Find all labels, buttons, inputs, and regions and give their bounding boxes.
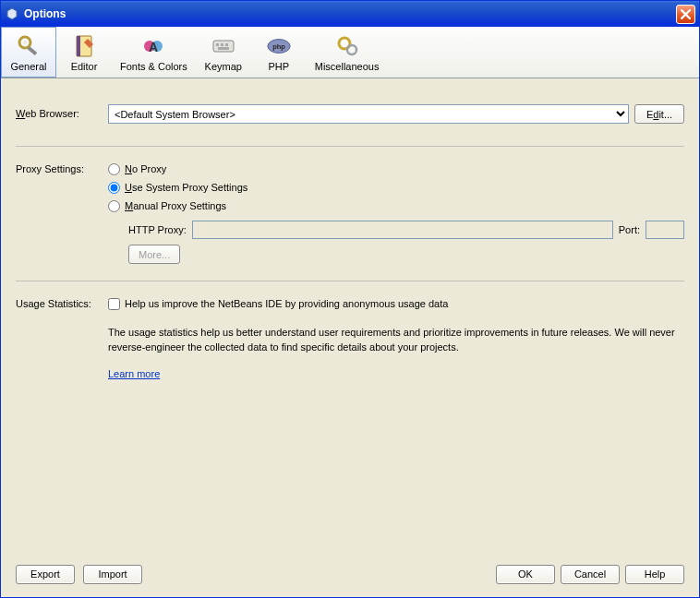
tab-keymap[interactable]: Keymap (196, 27, 251, 78)
proxy-settings-label: Proxy Settings: (16, 160, 108, 174)
cancel-button[interactable]: Cancel (561, 565, 620, 584)
svg-rect-9 (216, 43, 219, 46)
no-proxy-label[interactable]: No Proxy (125, 163, 166, 174)
svg-point-1 (23, 41, 27, 44)
svg-rect-11 (225, 43, 228, 46)
system-proxy-radio[interactable] (108, 182, 120, 194)
usage-checkbox[interactable] (108, 298, 120, 310)
php-icon: php (266, 33, 292, 59)
tab-label: Editor (71, 61, 98, 72)
web-browser-select[interactable]: <Default System Browser> (108, 104, 629, 124)
manual-proxy-label[interactable]: Manual Proxy Settings (125, 200, 226, 211)
usage-description: The usage statistics help us better unde… (108, 326, 684, 355)
tab-label: PHP (268, 61, 289, 72)
dialog-footer: Export Import OK Cancel Help (1, 560, 699, 597)
web-browser-label: Web Browser: (16, 104, 108, 119)
category-toolbar: General Editor A Fonts & Colors (1, 27, 699, 78)
system-proxy-label[interactable]: Use System Proxy Settings (125, 182, 247, 193)
export-button[interactable]: Export (16, 565, 75, 584)
tab-label: Miscellaneous (315, 61, 380, 72)
help-button[interactable]: Help (625, 565, 684, 584)
usage-statistics-label: Usage Statistics: (16, 294, 108, 309)
notebook-icon (71, 33, 97, 59)
http-proxy-input[interactable] (192, 221, 613, 239)
close-button[interactable] (676, 5, 695, 24)
web-browser-section: Web Browser: <Default System Browser> Ed… (16, 104, 684, 129)
separator (16, 281, 684, 281)
svg-rect-4 (77, 36, 80, 56)
svg-rect-10 (221, 43, 223, 46)
svg-rect-12 (218, 47, 229, 50)
port-input[interactable] (646, 221, 684, 239)
svg-point-16 (347, 45, 356, 54)
gears-icon (334, 33, 360, 59)
fonts-colors-icon: A (140, 33, 166, 59)
app-icon (5, 6, 19, 21)
options-window: Options General (0, 0, 700, 598)
import-button[interactable]: Import (83, 565, 142, 584)
tab-miscellaneous[interactable]: Miscellaneous (307, 27, 388, 78)
content-panel: Web Browser: <Default System Browser> Ed… (1, 78, 699, 560)
tab-fonts-colors[interactable]: A Fonts & Colors (112, 27, 196, 78)
no-proxy-radio[interactable] (108, 163, 120, 175)
tab-label: Fonts & Colors (120, 61, 187, 72)
ok-button[interactable]: OK (496, 565, 555, 584)
learn-more-link[interactable]: Learn more (108, 368, 160, 379)
tab-label: Keymap (205, 61, 242, 72)
gear-wrench-icon (16, 33, 42, 59)
svg-text:A: A (149, 40, 158, 54)
edit-browser-button[interactable]: Edit... (634, 104, 684, 124)
svg-rect-2 (27, 46, 37, 55)
http-proxy-label: HTTP Proxy: (128, 224, 187, 235)
keyboard-icon (211, 33, 236, 59)
tab-general[interactable]: General (1, 27, 56, 78)
titlebar: Options (1, 1, 699, 27)
svg-text:php: php (272, 42, 285, 50)
tab-editor[interactable]: Editor (56, 27, 112, 78)
tab-label: General (10, 61, 46, 72)
more-proxy-button[interactable]: More... (128, 245, 180, 264)
tab-php[interactable]: php PHP (251, 27, 307, 78)
usage-section: Usage Statistics: Help us improve the Ne… (16, 294, 684, 379)
separator (16, 146, 684, 147)
usage-checkbox-label[interactable]: Help us improve the NetBeans IDE by prov… (125, 298, 448, 309)
proxy-section: Proxy Settings: No Proxy Use System Prox… (16, 160, 684, 264)
window-title: Options (24, 7, 676, 20)
port-label: Port: (619, 224, 640, 235)
manual-proxy-radio[interactable] (108, 200, 120, 212)
